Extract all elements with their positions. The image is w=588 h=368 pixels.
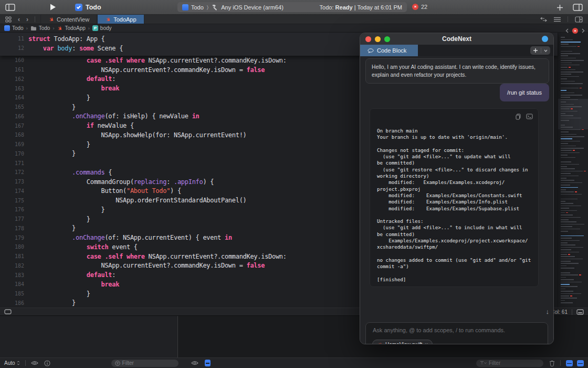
eye-icon[interactable] xyxy=(191,361,198,365)
breadcrumb-label: body xyxy=(100,25,112,31)
issue-error-icon[interactable]: × xyxy=(572,28,578,34)
hammer-icon xyxy=(212,4,218,11)
chat-bubble-icon xyxy=(368,48,374,53)
codenext-titlebar[interactable]: CodeNext xyxy=(360,33,553,45)
user-message: /run git status xyxy=(500,84,549,101)
info-icon[interactable] xyxy=(44,360,50,366)
terminal-output: On branch main Your branch is up to date… xyxy=(377,128,532,283)
divider xyxy=(35,16,35,22)
variables-pane-toggle-icon[interactable] xyxy=(566,360,573,366)
eye-icon[interactable] xyxy=(31,361,38,365)
plus-icon[interactable] xyxy=(533,48,538,53)
tab-todoapp[interactable]: TodoApp xyxy=(97,15,144,24)
context-chip-label: HomeView.swift xyxy=(385,342,422,345)
scroll-to-bottom-icon[interactable]: ↓ xyxy=(546,308,550,315)
variables-filter-field[interactable]: Filter xyxy=(111,360,178,367)
error-count: 22 xyxy=(421,4,427,10)
pill-chevron: 〉 xyxy=(206,4,209,11)
status-prefix: Todo: xyxy=(320,4,334,11)
codenext-chat: Hello, I am your AI coding assistant. I … xyxy=(360,56,553,344)
editor-options-icon[interactable] xyxy=(576,309,584,315)
breadcrumb-separator: › xyxy=(26,26,28,31)
codenext-title: CodeNext xyxy=(360,35,553,43)
scheme-status-pill[interactable]: Todo 〉 Any iOS Device (arm64) Todo: Read… xyxy=(177,2,407,12)
run-button[interactable] xyxy=(50,4,56,11)
variables-scope-popup[interactable]: Auto xyxy=(4,360,20,366)
divider xyxy=(568,16,568,22)
breadcrumb-label: TodoApp xyxy=(65,25,85,31)
context-chip[interactable]: HomeView.swift × xyxy=(372,340,433,344)
divider xyxy=(541,48,541,53)
jump-bar: Todo › Todo › TodoApp › P body xyxy=(0,24,588,33)
navigator-toggle-icon[interactable] xyxy=(5,4,15,11)
prompt-input[interactable]: Ask anything, @ to add scopes, / to run … xyxy=(365,322,548,344)
code-review-icon[interactable] xyxy=(540,17,547,22)
swift-icon xyxy=(377,342,383,345)
issue-navigator: × xyxy=(565,28,585,34)
divider xyxy=(25,360,26,366)
minimap-toggle-icon[interactable] xyxy=(4,309,12,314)
terminal-output-block[interactable]: On branch main Your branch is up to date… xyxy=(370,108,539,287)
console-mode-icon[interactable] xyxy=(205,360,211,366)
xcode-window: Todo Todo 〉 Any iOS Device (arm64) Todo:… xyxy=(0,0,588,368)
console-filter-field[interactable]: Filter xyxy=(476,360,543,367)
tab-code-block[interactable]: Code Block xyxy=(360,45,418,56)
error-icon: × xyxy=(412,4,418,10)
jump-bar-lines-icon[interactable] xyxy=(554,17,561,22)
status-state: Ready xyxy=(335,4,353,11)
swift-icon xyxy=(105,16,111,22)
tab-label: Code Block xyxy=(377,47,406,54)
app-name: Todo xyxy=(86,4,101,11)
swift-icon xyxy=(48,16,54,22)
variables-view[interactable] xyxy=(0,316,177,358)
new-tab-icon[interactable] xyxy=(556,4,563,11)
divider xyxy=(572,309,572,315)
status-separator: | xyxy=(354,4,356,11)
chevron-down-icon[interactable] xyxy=(544,49,548,52)
prompt-placeholder: Ask anything, @ to add scopes, / to run … xyxy=(373,327,505,333)
tab-label: TodoApp xyxy=(113,16,136,23)
filter-placeholder: Filter xyxy=(122,360,134,366)
breadcrumb-separator: › xyxy=(52,26,54,31)
prev-issue-icon[interactable] xyxy=(565,28,569,33)
new-chat-control[interactable] xyxy=(530,46,550,55)
status-dot xyxy=(542,36,548,42)
breadcrumb-project[interactable]: Todo xyxy=(4,25,24,31)
error-counter[interactable]: × 22 xyxy=(412,4,427,10)
breadcrumb-symbol[interactable]: P body xyxy=(92,25,112,31)
next-issue-icon[interactable] xyxy=(582,28,585,33)
run-destination[interactable]: Any iOS Device (arm64) xyxy=(221,4,284,11)
updown-chevron-icon xyxy=(17,361,20,365)
breadcrumb-group[interactable]: Todo xyxy=(30,25,50,31)
scheme-app-icon xyxy=(182,4,188,11)
add-editor-icon[interactable] xyxy=(575,16,583,23)
tab-overview-icon[interactable] xyxy=(5,16,12,23)
console-pane-toggle-icon[interactable] xyxy=(577,360,584,366)
tab-contentview[interactable]: ContentView xyxy=(40,15,97,24)
minimap[interactable] xyxy=(558,33,588,308)
trash-icon[interactable] xyxy=(549,360,555,366)
filter-icon xyxy=(115,361,120,366)
status-time: Today at 6:01 PM xyxy=(357,4,402,11)
scheme-project[interactable]: Todo xyxy=(191,4,204,11)
forward-icon[interactable]: › xyxy=(26,16,28,23)
titlebar: Todo Todo 〉 Any iOS Device (arm64) Todo:… xyxy=(0,0,588,15)
folder-icon xyxy=(30,26,37,31)
remove-context-icon[interactable]: × xyxy=(425,342,428,345)
swift-icon xyxy=(57,25,62,31)
filter-chevron-icon xyxy=(480,361,487,365)
back-icon[interactable]: ‹ xyxy=(18,16,20,23)
editor-tabbar: ‹ › ContentView TodoApp xyxy=(0,15,588,24)
breadcrumb-separator: › xyxy=(88,26,90,31)
active-app-indicator: Todo xyxy=(75,4,101,11)
insert-code-icon[interactable] xyxy=(526,114,533,119)
project-icon xyxy=(4,25,10,31)
build-status: Todo: Ready | Today at 6:01 PM xyxy=(320,4,402,11)
inspector-toggle-icon[interactable] xyxy=(573,4,583,11)
filter-placeholder: Filter xyxy=(489,360,500,366)
breadcrumb-label: Todo xyxy=(12,25,24,31)
copy-icon[interactable] xyxy=(516,114,521,120)
codenext-tabbar: Code Block xyxy=(360,45,553,56)
debug-bottom-bar: Auto Filter Filter xyxy=(0,357,588,368)
breadcrumb-file[interactable]: TodoApp xyxy=(57,25,85,31)
